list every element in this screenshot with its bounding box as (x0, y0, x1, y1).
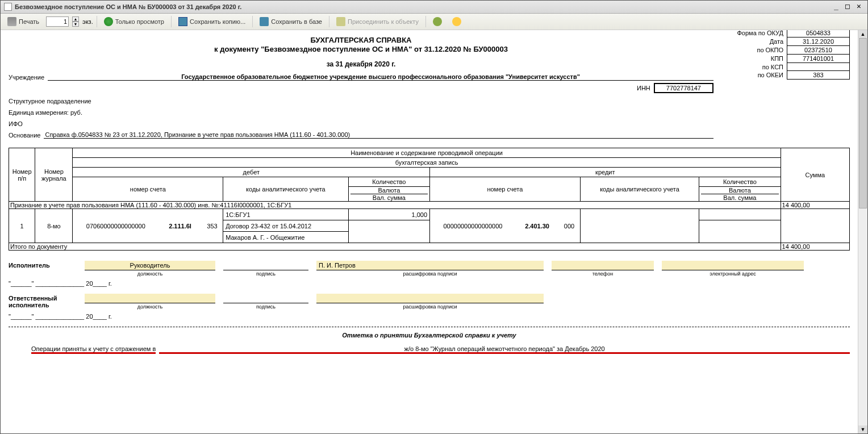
document-icon (4, 3, 12, 11)
inn-label: ИНН (9, 85, 654, 91)
attach-button[interactable]: Присоединить к объекту (333, 16, 422, 27)
acceptance-title: Отметка о принятии Бухгалтерской справки… (9, 332, 850, 339)
printer-icon (7, 17, 16, 26)
help-button[interactable] (449, 16, 465, 27)
unit-label: Единица измерения: руб. (9, 109, 82, 116)
org-label: Учреждение (9, 74, 44, 81)
basis-label: Основание (9, 132, 40, 139)
toolbar: Печать ▲ ▼ экз. Только просмотр Сохранит… (1, 14, 867, 30)
total-label: Итого по документу (9, 243, 781, 251)
titlebar: Безвозмездное поступление ОС и НМА № БУ0… (1, 1, 867, 14)
eye-icon (104, 17, 113, 26)
executor-phone[interactable] (552, 261, 654, 270)
scroll-down-icon[interactable]: ▼ (858, 425, 867, 433)
save-copy-button[interactable]: Сохранить копию... (175, 16, 249, 27)
copies-down[interactable]: ▼ (72, 22, 79, 27)
paperclip-icon (336, 17, 345, 26)
responsible-name[interactable] (316, 294, 544, 303)
responsible-sign (223, 294, 308, 303)
preview-only-button[interactable]: Только просмотр (101, 16, 168, 27)
executor-email[interactable] (662, 261, 804, 270)
total-value: 14 400,00 (781, 243, 849, 251)
operation-text: Признание в учете прав пользования НМА (… (9, 202, 781, 209)
executor-date: "______" ______________ 20____ г. (9, 280, 850, 287)
help-icon (452, 17, 461, 26)
acceptance-text: Операции приняты к учету с отражением в (31, 345, 156, 354)
org-value: Государственное образовательное бюджетно… (48, 73, 713, 81)
maximize-button[interactable]: □ (842, 2, 853, 11)
codes-table: КОДЫ Форма по ОКУД0504833 Дата31.12.2020… (725, 30, 850, 80)
minimize-button[interactable]: _ (831, 2, 841, 11)
copies-unit: экз. (82, 18, 93, 25)
responsible-date: "______" ______________ 20____ г. (9, 313, 850, 320)
responsible-label: Ответственный исполнитель (9, 294, 77, 308)
dept-label: Структурное подразделение (9, 98, 91, 105)
save-db-button[interactable]: Сохранить в базе (256, 16, 326, 27)
inn-value: 7702778147 (654, 83, 713, 93)
print-button[interactable]: Печать (4, 16, 43, 27)
executor-label: Исполнитель (9, 261, 77, 269)
doc-period: за 31 декабря 2020 г. (9, 60, 713, 68)
executor-position[interactable]: Руководитель (85, 261, 215, 270)
operation-sum: 14 400,00 (781, 202, 849, 209)
executor-sign (223, 261, 308, 270)
basis-value: Справка ф.0504833 № 23 от 31.12.2020, Пр… (44, 131, 713, 139)
copies-input[interactable] (46, 16, 69, 27)
close-button[interactable]: ✕ (854, 2, 864, 11)
entries-table: Номер п/п Номер журнала Наименование и с… (9, 148, 850, 251)
vertical-scrollbar[interactable]: ▲ ▼ (858, 30, 867, 433)
doc-title: БУХГАЛТЕРСКАЯ СПРАВКА (9, 36, 713, 44)
refresh-icon (433, 17, 442, 26)
save-icon (178, 17, 187, 26)
responsible-position[interactable] (85, 294, 215, 303)
acceptance-journal: ж/о 8-мо "Журнал операций межотчетного п… (159, 345, 850, 354)
scroll-thumb[interactable] (859, 38, 867, 208)
database-icon (260, 17, 269, 26)
copies-up[interactable]: ▲ (72, 16, 79, 22)
document-area: БУХГАЛТЕРСКАЯ СПРАВКА к документу "Безво… (1, 30, 858, 433)
doc-subtitle: к документу "Безвозмездное поступление О… (9, 45, 713, 53)
executor-name[interactable]: П. И. Петров (316, 261, 544, 270)
refresh-button[interactable] (429, 16, 445, 27)
scroll-up-icon[interactable]: ▲ (858, 30, 867, 38)
ifo-label: ИФО (9, 120, 23, 127)
window-title: Безвозмездное поступление ОС и НМА № БУ0… (15, 3, 241, 10)
